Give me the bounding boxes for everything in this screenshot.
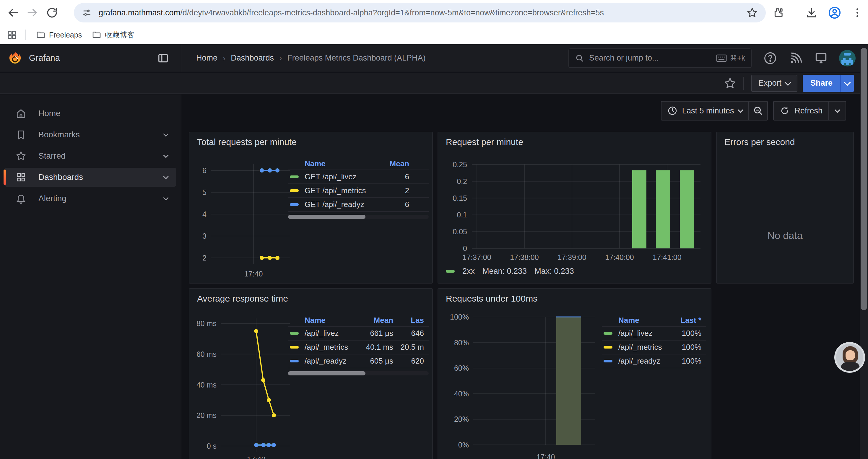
legend-column-header[interactable]: Last * <box>672 316 701 325</box>
svg-text:80 ms: 80 ms <box>196 319 217 328</box>
help-icon[interactable] <box>764 52 777 65</box>
legend-hscrollbar[interactable] <box>288 215 429 219</box>
url-bar[interactable]: grafana.mathmast.com/d/deytv4rwavabkb/fr… <box>74 3 766 23</box>
bookmark-folder-freeleaps[interactable]: Freeleaps <box>36 30 82 40</box>
legend-row[interactable]: GET /api/_readyz6 <box>288 198 429 212</box>
legend-row[interactable]: GET /api/_metrics2 <box>288 184 429 198</box>
menu-kebab-icon[interactable] <box>851 7 863 19</box>
monitor-icon[interactable] <box>814 52 828 65</box>
sidebar-item-bookmarks[interactable]: Bookmarks <box>5 125 176 144</box>
sidebar-item-home[interactable]: Home <box>5 104 176 123</box>
grafana-header-right: Home › Dashboards › Freeleaps Metrics Da… <box>181 44 860 72</box>
floating-assistant-avatar[interactable] <box>834 342 865 373</box>
legend-row[interactable]: /api/_readyz605 µs620 <box>288 355 429 368</box>
sidebar-item-dashboards[interactable]: Dashboards <box>5 168 176 187</box>
refresh-button[interactable]: Refresh <box>774 102 829 120</box>
share-button[interactable]: Share <box>803 75 840 92</box>
legend-row[interactable]: GET /api/_livez6 <box>288 170 429 184</box>
site-settings-icon[interactable] <box>82 7 92 18</box>
series-color-pill <box>290 346 299 349</box>
series-color-pill <box>290 175 299 178</box>
legend-row[interactable]: /api/_metrics100% <box>602 340 706 355</box>
sidebar-item-starred[interactable]: Starred <box>5 146 176 165</box>
breadcrumb-home[interactable]: Home <box>196 54 217 63</box>
chevron-down-icon <box>163 174 168 179</box>
svg-text:17:41:00: 17:41:00 <box>653 253 681 261</box>
user-avatar[interactable] <box>839 50 856 66</box>
svg-text:100%: 100% <box>450 314 469 321</box>
bookmarks-divider <box>25 30 26 40</box>
svg-text:0.1: 0.1 <box>457 210 467 219</box>
reload-icon[interactable] <box>45 6 59 19</box>
svg-text:0%: 0% <box>458 441 469 449</box>
legend-column-header[interactable]: Mean <box>358 316 393 325</box>
panel-title: Request per minute <box>446 137 523 147</box>
svg-text:40 ms: 40 ms <box>196 381 217 389</box>
legend-row[interactable]: /api/_livez661 µs646 <box>288 327 429 340</box>
sidebar-item-label: Dashboards <box>38 172 83 182</box>
legend-cell: 661 µs <box>358 329 393 338</box>
back-icon[interactable] <box>6 6 20 19</box>
legend-row[interactable]: /api/_metrics40.1 ms20.5 m <box>288 340 429 355</box>
chart-canvas[interactable]: 6543217:40 <box>193 158 291 288</box>
news-rss-icon[interactable] <box>789 52 802 65</box>
panel-title: Requests under 100ms <box>446 294 537 304</box>
svg-text:0.25: 0.25 <box>453 160 467 169</box>
legend-row[interactable]: /api/_livez100% <box>602 327 706 340</box>
refresh-group: Refresh <box>773 101 846 121</box>
legend-column-header[interactable]: Name <box>305 316 358 325</box>
favorite-star-icon[interactable] <box>723 77 737 90</box>
dashboard-toolbar: Export Share <box>0 73 860 94</box>
share-menu-button[interactable] <box>840 75 854 92</box>
series-name: 2xx <box>462 267 475 276</box>
page-scrollbar <box>860 44 868 459</box>
brand-name: Grafana <box>29 53 60 63</box>
bookmark-star-icon[interactable] <box>746 7 758 19</box>
extensions-icon[interactable] <box>772 6 785 19</box>
time-range-group: Last 5 minutes <box>661 101 768 121</box>
legend-table: NameLast */api/_livez100%/api/_metrics10… <box>602 314 706 368</box>
legend-row[interactable]: /api/_readyz100% <box>602 355 706 368</box>
svg-text:0.2: 0.2 <box>457 177 467 186</box>
legend-line[interactable]: 2xx Mean: 0.233 Max: 0.233 <box>446 267 574 276</box>
chart-canvas[interactable]: 80 ms60 ms40 ms20 ms0 s17:40 <box>193 314 291 459</box>
chart-canvas[interactable]: 0.250.20.150.10.05017:37:0017:38:0017:39… <box>446 156 704 268</box>
svg-text:17:37:00: 17:37:00 <box>462 253 491 261</box>
sidebar-item-alerting[interactable]: Alerting <box>5 189 176 208</box>
svg-text:80%: 80% <box>454 338 469 347</box>
series-color-pill <box>603 346 613 349</box>
search-input[interactable]: Search or jump to... ⌘+k <box>568 48 752 68</box>
export-button[interactable]: Export <box>751 75 797 92</box>
legend-cell: GET /api/_readyz <box>305 200 374 209</box>
grafana-header-left: Grafana <box>0 44 181 72</box>
breadcrumb-current: Freeleaps Metrics Dashboard (ALPHA) <box>287 54 426 63</box>
legend-column-header[interactable]: Name <box>618 316 672 325</box>
chart-canvas[interactable]: 100%80%60%40%20%0%17:40 <box>446 314 599 459</box>
search-shortcut: ⌘+k <box>730 54 745 62</box>
breadcrumb-dashboards[interactable]: Dashboards <box>231 54 274 63</box>
bookmark-folder-blogs[interactable]: 收藏博客 <box>92 30 134 40</box>
bookmark-icon <box>16 129 27 140</box>
grafana-logo[interactable] <box>8 52 22 65</box>
mega-menu-toggle-icon[interactable] <box>157 52 169 64</box>
legend-column-header[interactable]: Mean <box>374 159 409 168</box>
series-max: Max: 0.233 <box>534 267 574 276</box>
refresh-interval-button[interactable] <box>829 102 845 120</box>
time-range-picker[interactable]: Last 5 minutes <box>661 102 749 120</box>
downloads-icon[interactable] <box>805 6 818 19</box>
browser-toolbar: grafana.mathmast.com/d/deytv4rwavabkb/fr… <box>0 0 868 25</box>
screen: grafana.mathmast.com/d/deytv4rwavabkb/fr… <box>0 0 868 459</box>
apps-grid-icon[interactable] <box>6 30 17 40</box>
scrollbar-thumb[interactable] <box>861 48 867 310</box>
chevron-down-icon <box>163 131 168 136</box>
legend-hscrollbar[interactable] <box>288 371 429 375</box>
svg-text:0: 0 <box>463 244 467 253</box>
zoom-out-button[interactable] <box>749 102 767 120</box>
legend-cell: 100% <box>672 329 701 338</box>
series-color-pill <box>290 203 299 206</box>
legend-column-header[interactable]: Las <box>393 316 424 325</box>
profile-icon[interactable] <box>828 6 841 20</box>
legend-column-header[interactable]: Name <box>305 159 374 168</box>
refresh-icon <box>780 106 790 116</box>
forward-icon[interactable] <box>26 6 39 19</box>
